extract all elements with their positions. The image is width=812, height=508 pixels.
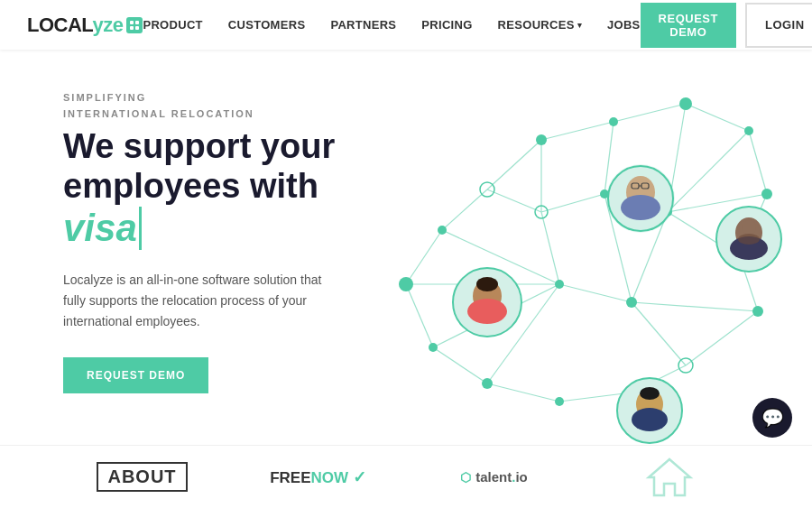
- svg-line-8: [749, 131, 767, 194]
- svg-line-25: [632, 302, 686, 365]
- nav-jobs[interactable]: JOBS: [607, 18, 641, 32]
- svg-point-84: [640, 387, 660, 400]
- svg-line-23: [541, 212, 559, 284]
- logo-talentio: ⬡ talent.io: [406, 469, 582, 485]
- logo-text: LOCALyze: [27, 14, 123, 37]
- svg-point-45: [429, 343, 438, 352]
- svg-line-11: [442, 189, 487, 230]
- svg-rect-1: [135, 21, 139, 24]
- partner-logos: ABOUT FREENOW ✓ ⬡ talent.io: [0, 445, 812, 508]
- logo[interactable]: LOCALyze: [27, 14, 143, 37]
- login-button[interactable]: LOGIN: [745, 3, 812, 48]
- svg-line-4: [487, 140, 541, 189]
- svg-line-19: [487, 189, 541, 212]
- svg-line-14: [433, 347, 487, 383]
- hero-section: SIMPLIFYINGINTERNATIONAL RELOCATION We s…: [0, 50, 379, 508]
- svg-line-24: [559, 284, 632, 302]
- chat-icon: 💬: [761, 407, 784, 429]
- chevron-down-icon: ▾: [577, 21, 582, 30]
- svg-point-46: [482, 378, 493, 389]
- svg-point-44: [399, 277, 413, 291]
- logo-house-item: [582, 455, 758, 500]
- svg-point-78: [476, 277, 498, 291]
- svg-point-41: [744, 126, 753, 135]
- svg-point-71: [742, 220, 756, 235]
- hero-heading-line2: employees with: [63, 167, 343, 207]
- svg-point-39: [609, 117, 618, 126]
- svg-line-7: [686, 104, 749, 131]
- network-visualization: [307, 50, 812, 508]
- svg-line-15: [487, 383, 559, 402]
- header-actions: REQUEST DEMO LOGIN: [641, 3, 812, 48]
- svg-rect-3: [135, 26, 139, 30]
- svg-point-47: [555, 397, 564, 406]
- hero-animated-word: visa: [63, 207, 142, 250]
- svg-point-72: [738, 234, 760, 245]
- nav-partners[interactable]: PARTNERS: [330, 18, 396, 32]
- svg-line-12: [406, 230, 442, 284]
- nav-pricing[interactable]: PRICING: [421, 18, 472, 32]
- svg-point-49: [752, 306, 763, 317]
- hero-heading-line1: We support your: [63, 127, 343, 167]
- main-content: SIMPLIFYINGINTERNATIONAL RELOCATION We s…: [0, 50, 812, 508]
- svg-point-82: [632, 408, 668, 431]
- svg-point-38: [536, 134, 547, 145]
- svg-line-13: [406, 284, 433, 347]
- nav-resources[interactable]: RESOURCES ▾: [498, 18, 582, 32]
- main-nav: PRODUCT CUSTOMERS PARTNERS PRICING RESOU…: [143, 18, 640, 32]
- logo-icon: [126, 17, 143, 33]
- nav-customers[interactable]: CUSTOMERS: [228, 18, 306, 32]
- svg-point-43: [438, 226, 447, 235]
- nav-product[interactable]: PRODUCT: [143, 18, 202, 32]
- svg-point-40: [679, 97, 692, 110]
- hero-description: Localyze is an all-in-one software solut…: [63, 270, 343, 332]
- svg-line-37: [632, 302, 758, 311]
- svg-line-6: [614, 104, 686, 122]
- logo-freenow: FREENOW ✓: [230, 467, 406, 487]
- svg-rect-0: [130, 21, 134, 24]
- hero-cta-button[interactable]: REQUEST DEMO: [63, 357, 208, 393]
- svg-line-18: [686, 311, 758, 365]
- chat-bubble-button[interactable]: 💬: [752, 398, 792, 438]
- logo-about: ABOUT: [54, 462, 230, 492]
- svg-point-42: [761, 189, 772, 199]
- svg-line-5: [541, 122, 614, 140]
- site-header: LOCALyze PRODUCT CUSTOMERS PARTNERS PRIC…: [0, 0, 812, 50]
- svg-point-50: [555, 280, 564, 289]
- svg-point-63: [632, 179, 649, 195]
- svg-point-51: [626, 297, 637, 308]
- svg-point-76: [467, 299, 507, 324]
- request-demo-button[interactable]: REQUEST DEMO: [641, 3, 736, 48]
- svg-point-62: [621, 195, 660, 220]
- hero-simplifying: SIMPLIFYINGINTERNATIONAL RELOCATION: [63, 90, 343, 122]
- svg-line-20: [541, 194, 604, 212]
- svg-rect-2: [130, 26, 134, 30]
